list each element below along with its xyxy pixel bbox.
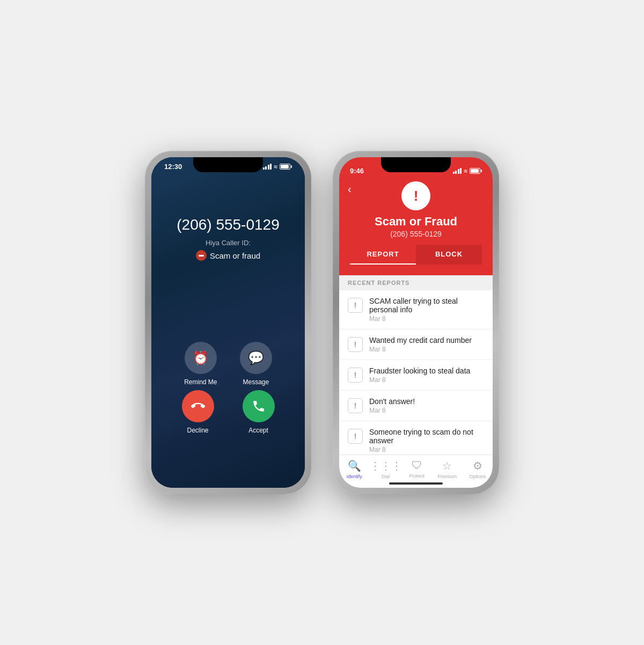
report-tab[interactable]: REPORT <box>350 245 416 265</box>
bar4 <box>270 164 272 170</box>
message-circle[interactable]: 💬 <box>240 342 272 374</box>
battery-body <box>280 164 290 170</box>
decline-label: Decline <box>187 427 208 434</box>
report-icon-3: ! <box>348 368 363 383</box>
caller-id-label: Hiya Caller ID: <box>206 239 251 247</box>
accept-action[interactable]: Accept <box>243 390 275 434</box>
battery-fill-2 <box>471 169 479 173</box>
secondary-actions: ⏰ Remind Me 💬 Message <box>151 342 305 386</box>
phone-2-screen: 9:46 ≈ <box>339 157 493 488</box>
nav-options[interactable]: ⚙ Options <box>463 459 493 479</box>
warning-icon: ! <box>414 188 419 204</box>
remind-action[interactable]: ⏰ Remind Me <box>184 342 217 386</box>
remind-icon: ⏰ <box>193 350 209 365</box>
notch-2 <box>381 157 451 172</box>
report-content-2: Wanted my credit card number Mar 8 <box>369 336 484 353</box>
report-date-3: Mar 8 <box>369 376 484 384</box>
accept-label: Accept <box>248 427 268 434</box>
app-header: 9:46 ≈ <box>339 157 493 275</box>
battery-tip-2 <box>481 170 482 172</box>
scene: 12:30 ≈ <box>0 0 644 645</box>
accept-icon <box>252 399 266 413</box>
identify-icon: 🔍 <box>348 459 361 472</box>
dial-icon: ⋮⋮⋮ <box>370 459 402 472</box>
report-icon-2: ! <box>348 337 363 352</box>
call-actions: Decline Accept <box>151 390 305 434</box>
notch-1 <box>193 157 263 172</box>
report-content-4: Don't answer! Mar 8 <box>369 397 484 414</box>
scam-stop-icon <box>196 250 207 261</box>
scam-title: Scam or Fraud <box>375 215 457 229</box>
decline-action[interactable]: Decline <box>182 390 214 434</box>
options-label: Options <box>469 474 486 479</box>
phone-1-frame: 12:30 ≈ <box>145 151 311 494</box>
wifi-icon-2: ≈ <box>464 167 467 175</box>
bar1b <box>453 172 455 174</box>
message-action[interactable]: 💬 Message <box>240 342 272 386</box>
report-item-1: ! SCAM caller trying to steal personal i… <box>339 290 493 329</box>
decline-icon <box>191 399 205 413</box>
bar1 <box>263 167 265 170</box>
report-date-1: Mar 8 <box>369 315 484 322</box>
report-title-1: SCAM caller trying to steal personal inf… <box>369 297 484 314</box>
time-display-1: 12:30 <box>164 163 182 171</box>
app-screen: 9:46 ≈ <box>339 157 493 488</box>
tab-row: REPORT BLOCK <box>350 245 482 265</box>
report-item-4: ! Don't answer! Mar 8 <box>339 391 493 421</box>
wifi-icon: ≈ <box>274 163 277 171</box>
nav-identify[interactable]: 🔍 Identify <box>339 459 370 479</box>
report-item-3: ! Fraudster looking to steal data Mar 8 <box>339 360 493 391</box>
report-date-5: Mar 8 <box>369 446 484 453</box>
bar2b <box>455 171 457 174</box>
battery-body-2 <box>470 168 480 174</box>
incoming-call-screen: 12:30 ≈ <box>151 157 305 488</box>
remind-circle[interactable]: ⏰ <box>185 342 217 374</box>
decline-button[interactable] <box>182 390 214 422</box>
bar3b <box>458 169 459 174</box>
battery-icon <box>280 164 292 170</box>
time-display-2: 9:46 <box>350 167 364 175</box>
scam-badge: Scam or fraud <box>196 250 260 261</box>
options-icon: ⚙ <box>473 459 482 472</box>
report-icon-5: ! <box>348 429 363 444</box>
report-content-5: Someone trying to scam do not answer Mar… <box>369 428 484 453</box>
report-title-5: Someone trying to scam do not answer <box>369 428 484 445</box>
report-title-2: Wanted my credit card number <box>369 336 484 345</box>
incoming-number: (206) 555-0129 <box>177 216 279 233</box>
nav-dial[interactable]: ⋮⋮⋮ Dial <box>370 459 402 479</box>
protect-label: Protect <box>409 473 425 479</box>
back-button[interactable]: ‹ <box>348 183 352 195</box>
reports-header: RECENT REPORTS <box>339 275 493 290</box>
scam-label: Scam or fraud <box>210 251 260 260</box>
report-date-4: Mar 8 <box>369 407 484 414</box>
report-content-3: Fraudster looking to steal data Mar 8 <box>369 367 484 384</box>
report-title-3: Fraudster looking to steal data <box>369 367 484 375</box>
reports-section: RECENT REPORTS ! SCAM caller trying to s… <box>339 275 493 455</box>
dial-label: Dial <box>382 474 390 479</box>
protect-icon: 🛡 <box>412 459 422 472</box>
report-title-4: Don't answer! <box>369 397 484 406</box>
signal-icon-2 <box>453 168 462 174</box>
scam-phone-number: (206) 555-0129 <box>390 230 442 238</box>
identify-label: Identify <box>347 474 362 479</box>
nav-protect[interactable]: 🛡 Protect <box>402 459 433 479</box>
battery-icon-2 <box>470 168 482 174</box>
nav-premium[interactable]: ☆ Premium <box>432 459 463 479</box>
accept-button[interactable] <box>243 390 275 422</box>
message-label: Message <box>243 378 269 386</box>
report-icon-4: ! <box>348 398 363 413</box>
warning-circle: ! <box>401 181 430 210</box>
battery-fill <box>281 165 289 168</box>
report-item-5: ! Someone trying to scam do not answer M… <box>339 421 493 455</box>
phone-2-frame: 9:46 ≈ <box>333 151 499 494</box>
bar2 <box>265 166 267 170</box>
status-icons-1: ≈ <box>263 163 292 171</box>
battery-tip <box>291 165 292 168</box>
home-indicator <box>389 482 443 485</box>
bar3 <box>268 165 269 170</box>
premium-icon: ☆ <box>442 459 452 472</box>
phone-1-screen: 12:30 ≈ <box>151 157 305 488</box>
report-icon-1: ! <box>348 298 363 313</box>
block-tab[interactable]: BLOCK <box>416 245 482 265</box>
status-icons-2: ≈ <box>453 167 482 175</box>
